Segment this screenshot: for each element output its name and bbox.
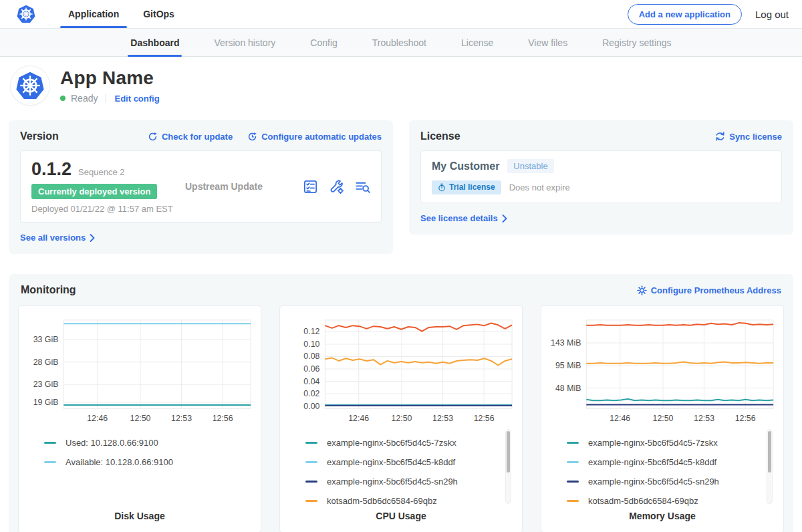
legend-label: kotsadm-5db6dc6584-69qbz [588,496,698,506]
kubernetes-logo-icon[interactable] [16,4,36,24]
svg-text:48 MiB: 48 MiB [555,384,581,393]
disk-usage-legend: Used: 10.128.0.66:9100Available: 10.128.… [24,426,255,511]
license-expiry: Does not expire [509,182,570,192]
chevron-right-icon [502,215,507,223]
monitoring-section: Monitoring Configure Prometheus Address [9,274,793,532]
cpu-usage-legend: example-nginx-5bc6f5d4c5-7zskxexample-ng… [285,426,517,511]
subnav-tab-dashboard[interactable]: Dashboard [113,29,196,56]
sync-icon [715,132,725,141]
clock-refresh-icon [247,132,257,142]
license-card-title: License [420,130,460,142]
svg-text:23 GiB: 23 GiB [33,380,59,389]
svg-text:12:46: 12:46 [348,414,369,423]
kubernetes-app-icon [15,70,45,101]
see-license-details-link[interactable]: See license details [420,213,507,223]
legend-scrollbar-thumb[interactable] [768,431,771,473]
legend-label: example-nginx-5bc6f5d4c5-k8ddf [588,457,716,467]
edit-config-link[interactable]: Edit config [114,94,159,104]
version-card-title: Version [20,130,59,142]
current-version-card: 0.1.2 Sequence 2 Currently deployed vers… [20,150,382,223]
disk-usage-title: Disk Usage [24,511,255,524]
svg-text:12:50: 12:50 [653,414,674,423]
svg-text:0.00: 0.00 [303,402,319,411]
config-wrench-icon[interactable] [329,179,344,194]
refresh-icon [148,132,158,142]
subnav-tab-view-files[interactable]: View files [511,29,585,56]
memory-usage-title: Memory Usage [547,511,778,524]
legend-label: Used: 10.128.0.66:9100 [65,438,158,448]
svg-text:28 GiB: 28 GiB [33,358,59,367]
see-all-versions-link[interactable]: See all versions [20,233,95,243]
svg-text:12:53: 12:53 [432,414,453,423]
deployed-timestamp: Deployed 01/21/22 @ 11:57 am EST [31,204,185,214]
topnav-tab-application[interactable]: Application [56,0,131,28]
svg-text:33 GiB: 33 GiB [33,335,59,344]
topnav-right: Add a new application Log out [628,4,789,25]
legend-item-example-nginx-5bc6f5d4c5-k8ddf[interactable]: example-nginx-5bc6f5d4c5-k8ddf [567,452,761,472]
topnav-tab-gitops[interactable]: GitOps [131,0,186,28]
configure-automatic-updates-link[interactable]: Configure automatic updates [247,132,382,142]
status-text: Ready [71,93,98,104]
configure-prometheus-link[interactable]: Configure Prometheus Address [637,285,781,295]
legend-dash-icon [44,461,56,463]
memory-usage-plot: 12:4612:5012:5312:56143 MiB95 MiB48 MiB [547,313,778,426]
add-application-button[interactable]: Add a new application [628,4,742,25]
legend-label: kotsadm-5db6dc6584-69qbz [327,496,437,506]
trial-license-badge: Trial license [432,180,501,194]
sync-license-link[interactable]: Sync license [715,132,782,142]
legend-item-example-nginx-5bc6f5d4c5-7zskx[interactable]: example-nginx-5bc6f5d4c5-7zskx [305,433,499,452]
memory-usage-chart-card: 12:4612:5012:5312:56143 MiB95 MiB48 MiBe… [541,305,784,532]
chevron-right-icon [90,234,95,242]
version-card: Version Check for update [9,120,393,254]
logout-link[interactable]: Log out [755,9,789,20]
subnav-tab-version-history[interactable]: Version history [196,29,293,56]
svg-text:12:46: 12:46 [610,414,630,423]
legend-label: example-nginx-5bc6f5d4c5-sn29h [588,477,719,487]
svg-text:12:46: 12:46 [87,414,108,423]
license-card: License Sync license My Custo [409,120,793,235]
legend-item-example-nginx-5bc6f5d4c5-7zskx[interactable]: example-nginx-5bc6f5d4c5-7zskx [567,433,761,452]
legend-item-example-nginx-5bc6f5d4c5-k8ddf[interactable]: example-nginx-5bc6f5d4c5-k8ddf [305,452,499,472]
version-source: Upstream Update [185,181,303,192]
legend-item-example-nginx-5bc6f5d4c5-sn29h[interactable]: example-nginx-5bc6f5d4c5-sn29h [567,472,761,491]
legend-dash-icon [567,442,579,444]
svg-text:143 MiB: 143 MiB [551,338,581,348]
check-for-update-link[interactable]: Check for update [148,132,233,142]
top-nav: ApplicationGitOps Add a new application … [0,0,802,28]
legend-item-example-nginx-5bc6f5d4c5-sn29h[interactable]: example-nginx-5bc6f5d4c5-sn29h [305,472,499,491]
disk-usage-plot: 12:4612:5012:5312:5633 GiB28 GiB23 GiB19… [24,313,255,426]
svg-text:12:50: 12:50 [130,414,151,423]
svg-text:12:50: 12:50 [392,414,412,423]
version-sequence: Sequence 2 [78,167,124,177]
legend-item-kotsadm-5db6dc6584-69qbz[interactable]: kotsadm-5db6dc6584-69qbz [305,491,499,511]
app-avatar [11,66,49,105]
legend-dash-icon [44,442,56,444]
legend-scrollbar-track[interactable] [505,429,511,504]
legend-label: example-nginx-5bc6f5d4c5-sn29h [327,477,458,487]
memory-usage-legend: example-nginx-5bc6f5d4c5-7zskxexample-ng… [547,426,778,511]
cards-row: Version Check for update [9,120,793,254]
subnav-tab-config[interactable]: Config [293,29,354,56]
legend-dash-icon [567,481,579,483]
legend-dash-icon [567,500,579,502]
legend-item-used-10-128-0-66-9100[interactable]: Used: 10.128.0.66:9100 [44,433,238,452]
legend-scrollbar-track[interactable] [767,429,773,504]
status-dot-icon [60,96,65,101]
svg-text:19 GiB: 19 GiB [33,398,59,407]
svg-text:0.10: 0.10 [303,340,319,349]
subnav-tab-license[interactable]: License [444,29,511,56]
legend-scrollbar-thumb[interactable] [507,431,510,473]
legend-dash-icon [305,481,317,483]
legend-item-available-10-128-0-66-9100[interactable]: Available: 10.128.0.66:9100 [44,452,238,472]
svg-text:95 MiB: 95 MiB [555,361,581,370]
disk-usage-chart-card: 12:4612:5012:5312:5633 GiB28 GiB23 GiB19… [18,305,261,532]
preflight-checklist-icon[interactable] [303,179,318,194]
svg-text:0.02: 0.02 [303,389,319,398]
customer-name: My Customer [432,160,499,172]
channel-badge: Unstable [507,159,553,173]
subnav-tab-troubleshoot[interactable]: Troubleshoot [355,29,444,56]
currently-deployed-badge: Currently deployed version [31,184,157,199]
legend-item-kotsadm-5db6dc6584-69qbz[interactable]: kotsadm-5db6dc6584-69qbz [567,491,761,511]
view-diff-icon[interactable] [355,179,370,194]
subnav-tab-registry-settings[interactable]: Registry settings [585,29,688,56]
